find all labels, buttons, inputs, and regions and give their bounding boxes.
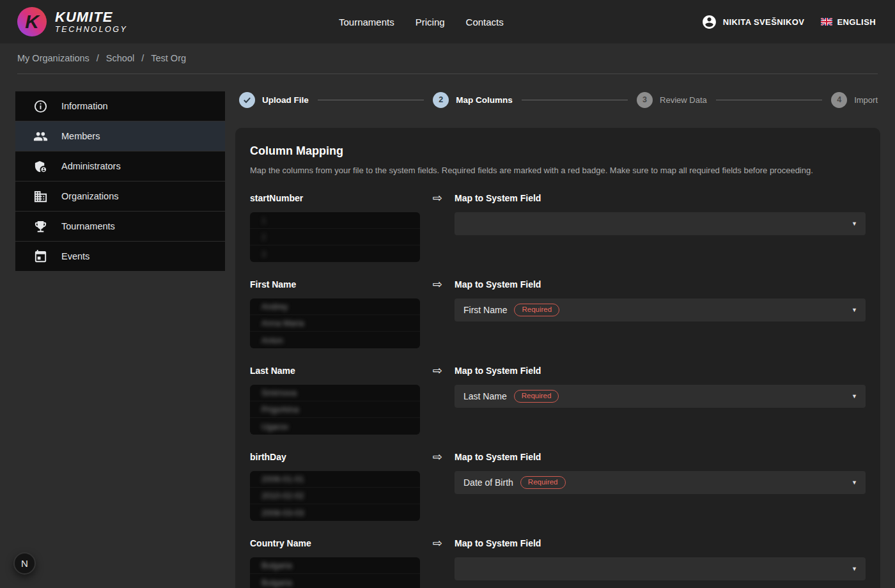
arrow-right-icon: ⇨ [420,192,455,204]
mapping-row-country-name: Country Name ⇨ Map to System Field Bulga… [250,538,866,588]
sidebar-item-members[interactable]: Members [15,121,225,151]
breadcrumb-my-organizations[interactable]: My Organizations [17,53,90,63]
step-label: Import [854,95,878,105]
source-column-name: Last Name [250,366,420,376]
source-column-name: First Name [250,279,420,290]
user-menu[interactable]: NIKITA SVEŠNIKOV [701,14,805,30]
sample-values-box: Andrey Anna Maria Anton [250,298,420,348]
breadcrumb-divider [17,74,878,74]
map-to-system-field-label: Map to System Field [455,193,866,203]
uk-flag-icon [821,18,832,26]
column-mapping-panel: Column Mapping Map the columns from your… [235,128,880,588]
sample-value-blurred: 2 [261,232,266,242]
members-icon [33,129,48,144]
step-number: 3 [637,92,653,108]
sample-value-blurred: 2006-01-01 [261,474,304,484]
required-badge: Required [520,476,566,490]
arrow-right-icon: ⇨ [420,365,455,376]
step-upload-file[interactable]: Upload File [239,92,309,108]
sample-value-blurred: Ugarov [261,422,288,431]
chevron-down-icon: ▼ [852,566,857,572]
floating-widget-button[interactable]: N [13,552,36,575]
system-field-select[interactable]: ▼ [455,557,866,580]
mapping-rows: startNumber ⇨ Map to System Field 1 2 3 … [250,192,866,588]
breadcrumb-separator: / [141,53,144,63]
system-field-select[interactable]: Date of Birth Required ▼ [455,471,866,494]
selected-field-value: Last Name [463,391,507,401]
breadcrumb-school[interactable]: School [106,53,134,63]
system-field-select[interactable]: Last Name Required ▼ [455,385,866,408]
nav-links: Tournaments Pricing Contacts [339,0,504,43]
sidebar-item-organizations[interactable]: Organizations [15,182,225,211]
sample-value-blurred: 3 [261,249,266,259]
system-field-select[interactable]: First Name Required ▼ [455,298,866,321]
brand-name: KUMITE [55,10,128,24]
arrow-right-icon: ⇨ [420,451,455,463]
admin-shield-icon [33,159,48,174]
panel-description: Map the columns from your file to the sy… [250,166,866,175]
source-column-name: Country Name [250,538,420,548]
chevron-down-icon: ▼ [852,220,857,227]
sidebar-item-information[interactable]: Information [15,91,225,121]
chevron-down-icon: ▼ [852,479,857,486]
chevron-down-icon: ▼ [852,307,857,313]
sample-value-blurred: Andrey [261,302,288,311]
step-label: Upload File [262,95,309,105]
sidebar-item-label: Members [61,131,100,141]
panel-title: Column Mapping [250,144,866,158]
sample-value-blurred: Smirnova [261,388,297,398]
nav-link-contacts[interactable]: Contacts [466,17,504,27]
map-to-system-field-label: Map to System Field [455,366,866,376]
sample-values-box: Smirnova Prigorkina Ugarov [250,385,420,435]
info-icon [33,99,48,114]
building-icon [33,189,48,204]
stepper-connector [522,100,628,100]
language-selector[interactable]: ENGLISH [821,17,876,27]
sidebar-item-events[interactable]: Events [15,242,225,271]
brand-subtitle: TECHNOLOGY [55,25,128,34]
breadcrumb: My Organizations / School / Test Org [17,53,186,63]
sidebar-item-administrators[interactable]: Administrators [15,151,225,181]
sample-value-blurred: 2008-03-03 [261,508,304,518]
sample-value-blurred: Anton [261,336,283,345]
source-column-name: birthDay [250,452,420,462]
breadcrumb-separator: / [97,53,99,63]
account-circle-icon [701,14,717,30]
sample-value-blurred: 1 [261,215,266,225]
sample-values-box: 1 2 3 [250,212,420,262]
step-number: 2 [433,92,449,108]
sample-value-blurred: Bulgaria [261,578,292,587]
arrow-right-icon: ⇨ [420,279,455,290]
nav-link-tournaments[interactable]: Tournaments [339,17,394,27]
logo-monogram: K [25,12,39,31]
sidebar-item-label: Tournaments [61,221,115,231]
nav-link-pricing[interactable]: Pricing [416,17,445,27]
brand-logo[interactable]: K KUMITE TECHNOLOGY [17,0,128,43]
step-map-columns[interactable]: 2 Map Columns [433,92,513,108]
breadcrumb-test-org[interactable]: Test Org [151,53,186,63]
step-check-icon [239,92,255,108]
selected-field-value: Date of Birth [463,477,513,488]
sample-value-blurred: Bulgaria [261,561,292,570]
language-label: ENGLISH [837,17,876,27]
stepper-connector [716,100,822,100]
import-stepper: Upload File 2 Map Columns 3 Review Data … [239,91,878,108]
selected-field-value: First Name [463,305,507,315]
trophy-icon [33,219,48,234]
mapping-row-birthday: birthDay ⇨ Map to System Field 2006-01-0… [250,451,866,521]
sidebar-item-tournaments[interactable]: Tournaments [15,212,225,241]
step-label: Map Columns [456,95,513,105]
sample-values-box: Bulgaria Bulgaria [250,557,420,588]
map-to-system-field-label: Map to System Field [455,538,866,548]
system-field-select[interactable]: ▼ [455,212,866,235]
kumite-logo-icon: K [17,7,47,36]
step-label: Review Data [660,95,707,105]
mapping-row-last-name: Last Name ⇨ Map to System Field Smirnova… [250,365,866,435]
calendar-icon [33,249,48,264]
step-import[interactable]: 4 Import [831,92,878,108]
user-name: NIKITA SVEŠNIKOV [723,17,805,27]
sample-values-box: 2006-01-01 2010-02-02 2008-03-03 [250,471,420,521]
step-review-data[interactable]: 3 Review Data [637,92,707,108]
mapping-row-first-name: First Name ⇨ Map to System Field Andrey … [250,279,866,348]
mapping-row-startnumber: startNumber ⇨ Map to System Field 1 2 3 … [250,192,866,262]
